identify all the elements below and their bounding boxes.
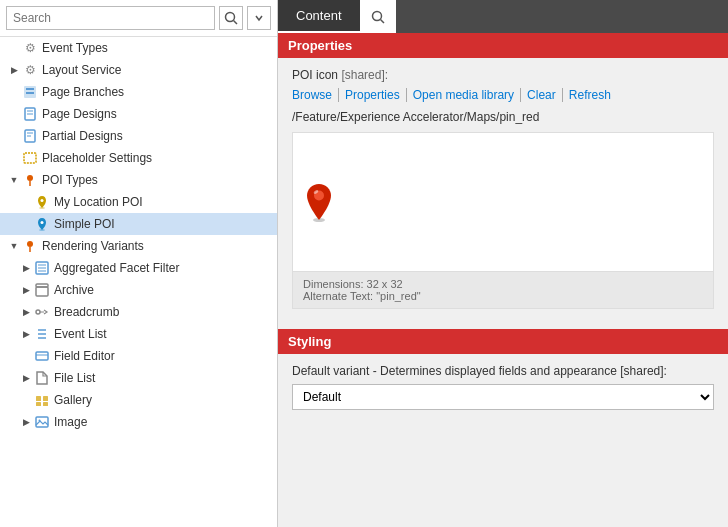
tree-item-archive[interactable]: ▶ Archive — [0, 279, 277, 301]
tree-item-file-list[interactable]: ▶ File List — [0, 367, 277, 389]
mypoi-icon — [34, 194, 50, 210]
expand-arrow — [8, 86, 20, 98]
search-input[interactable] — [6, 6, 215, 30]
expand-arrow: ▶ — [20, 416, 32, 428]
properties-link[interactable]: Properties — [339, 88, 407, 102]
svg-rect-37 — [36, 417, 48, 427]
svg-rect-33 — [36, 396, 41, 401]
tree-item-label: Image — [54, 415, 87, 429]
styling-block: Default variant - Determines displayed f… — [278, 354, 728, 420]
gear-icon: ⚙ — [22, 62, 38, 78]
tree-item-label: Archive — [54, 283, 94, 297]
tree-item-event-types[interactable]: ⚙ Event Types — [0, 37, 277, 59]
archive-icon — [34, 282, 50, 298]
svg-rect-11 — [24, 153, 36, 163]
svg-rect-35 — [36, 402, 41, 406]
search-button[interactable] — [219, 6, 243, 30]
expand-arrow — [20, 196, 32, 208]
tab-content[interactable]: Content — [278, 0, 360, 33]
open-media-library-link[interactable]: Open media library — [407, 88, 521, 102]
default-variant-label: Default variant - Determines displayed f… — [292, 364, 714, 378]
default-variant-select[interactable]: Default — [292, 384, 714, 410]
expand-arrow — [8, 42, 20, 54]
tree-item-label: File List — [54, 371, 95, 385]
svg-rect-24 — [36, 287, 48, 296]
refresh-link[interactable]: Refresh — [563, 88, 617, 102]
chevron-down-icon — [254, 13, 264, 23]
expand-arrow — [8, 108, 20, 120]
placeholder-icon — [22, 150, 38, 166]
svg-point-18 — [27, 241, 33, 247]
pin-image — [303, 182, 335, 222]
partial-icon — [22, 128, 38, 144]
tree-item-image[interactable]: ▶ Image — [0, 411, 277, 433]
tree-item-rendering-variants[interactable]: ▼ Rendering Variants — [0, 235, 277, 257]
svg-point-26 — [36, 310, 40, 314]
svg-line-40 — [380, 19, 384, 23]
svg-point-39 — [372, 11, 381, 20]
tree-item-label: Rendering Variants — [42, 239, 144, 253]
properties-header: Properties — [278, 33, 728, 58]
tree-item-gallery[interactable]: Gallery — [0, 389, 277, 411]
tree-item-label: Page Branches — [42, 85, 124, 99]
gear-icon: ⚙ — [22, 40, 38, 56]
tabs-bar: Content — [278, 0, 728, 33]
search-bar — [0, 0, 277, 37]
list-icon — [34, 326, 50, 342]
tree-item-breadcrumb[interactable]: ▶ Breadcrumb — [0, 301, 277, 323]
image-icon — [34, 414, 50, 430]
filelist-icon — [34, 370, 50, 386]
tree-item-label: Placeholder Settings — [42, 151, 152, 165]
tree-item-label: Simple POI — [54, 217, 115, 231]
tree-item-field-editor[interactable]: Field Editor — [0, 345, 277, 367]
breadcrumb-icon — [34, 304, 50, 320]
tree-item-label: Layout Service — [42, 63, 121, 77]
image-preview — [292, 132, 714, 272]
tree-item-event-list[interactable]: ▶ Event List — [0, 323, 277, 345]
expand-arrow — [8, 152, 20, 164]
svg-rect-36 — [43, 402, 48, 406]
svg-point-17 — [41, 221, 44, 224]
tree-item-label: Event List — [54, 327, 107, 341]
image-meta: Dimensions: 32 x 32 Alternate Text: "pin… — [292, 272, 714, 309]
clear-link[interactable]: Clear — [521, 88, 563, 102]
tab-search-button[interactable] — [360, 0, 396, 33]
tree-item-simple-poi[interactable]: Simple POI — [0, 213, 277, 235]
expand-arrow: ▼ — [8, 174, 20, 186]
tree-item-label: POI Types — [42, 173, 98, 187]
tree-item-label: Partial Designs — [42, 129, 123, 143]
svg-rect-4 — [26, 92, 34, 94]
svg-line-1 — [234, 21, 238, 25]
dropdown-button[interactable] — [247, 6, 271, 30]
tree-item-label: Field Editor — [54, 349, 115, 363]
poi-icon-label: POI icon [shared]: — [292, 68, 714, 82]
tree-item-layout-service[interactable]: ▶ ⚙ Layout Service — [0, 59, 277, 81]
svg-rect-31 — [36, 352, 48, 360]
expand-arrow: ▼ — [8, 240, 20, 252]
tree-item-page-branches[interactable]: Page Branches — [0, 81, 277, 103]
expand-arrow — [8, 130, 20, 142]
tree-item-label: My Location POI — [54, 195, 143, 209]
expand-arrow: ▶ — [20, 284, 32, 296]
tree-item-label: Page Designs — [42, 107, 117, 121]
svg-rect-3 — [26, 88, 34, 90]
browse-link[interactable]: Browse — [292, 88, 339, 102]
poi-icon — [22, 172, 38, 188]
left-panel: ⚙ Event Types ▶ ⚙ Layout Service Page Br… — [0, 0, 278, 527]
expand-arrow — [20, 218, 32, 230]
tree-item-partial-designs[interactable]: Partial Designs — [0, 125, 277, 147]
svg-rect-34 — [43, 396, 48, 401]
tree-item-label: Breadcrumb — [54, 305, 119, 319]
expand-arrow: ▶ — [20, 328, 32, 340]
tree-item-poi-types[interactable]: ▼ POI Types — [0, 169, 277, 191]
tree-item-my-location-poi[interactable]: My Location POI — [0, 191, 277, 213]
tree-item-placeholder-settings[interactable]: Placeholder Settings — [0, 147, 277, 169]
tree-item-label: Gallery — [54, 393, 92, 407]
tree-item-aggregated-facet[interactable]: ▶ Aggregated Facet Filter — [0, 257, 277, 279]
page-icon — [22, 106, 38, 122]
tree-item-label: Event Types — [42, 41, 108, 55]
svg-rect-25 — [36, 284, 48, 287]
tree-item-label: Aggregated Facet Filter — [54, 261, 179, 275]
file-path: /Feature/Experience Accelerator/Maps/pin… — [292, 110, 714, 124]
tree-item-page-designs[interactable]: Page Designs — [0, 103, 277, 125]
